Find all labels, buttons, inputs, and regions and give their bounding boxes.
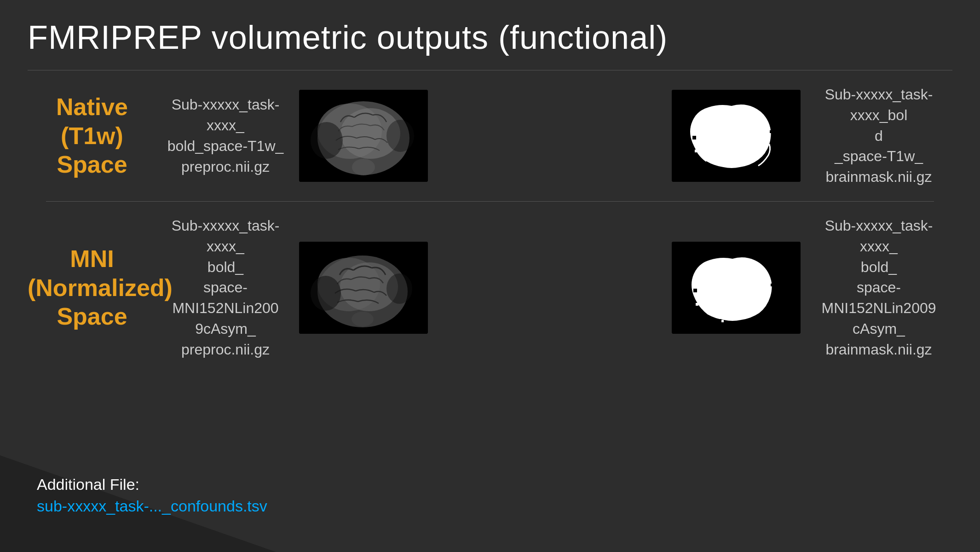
bottom-section: Additional File: sub-xxxxx_task-..._conf… — [37, 476, 267, 515]
native-filename-left: Sub-xxxxx_task-xxxx_ bold_space-T1w_ pre… — [166, 94, 285, 177]
content-area: Native(T1w)Space Sub-xxxxx_task-xxxx_ bo… — [0, 70, 980, 374]
svg-rect-30 — [721, 320, 724, 322]
mni-brain-grayscale — [299, 242, 428, 334]
mni-filename-right: Sub-xxxxx_task-xxxx_bold_space-MNI152NLi… — [814, 215, 943, 360]
svg-rect-29 — [726, 321, 729, 324]
mni-brain-mask — [672, 242, 801, 334]
native-filename-right: Sub-xxxxx_task-xxxx_bold_space-T1w_brain… — [814, 84, 943, 187]
native-space-label: Native(T1w)Space — [28, 93, 156, 179]
svg-rect-13 — [692, 152, 695, 155]
native-row: Native(T1w)Space Sub-xxxxx_task-xxxx_ bo… — [18, 70, 962, 201]
svg-point-4 — [352, 159, 375, 175]
svg-rect-25 — [771, 284, 773, 286]
svg-rect-23 — [693, 292, 696, 295]
svg-rect-12 — [695, 150, 698, 152]
svg-rect-9 — [692, 139, 695, 142]
svg-rect-22 — [693, 289, 697, 292]
svg-rect-28 — [718, 319, 721, 323]
svg-rect-27 — [693, 306, 696, 308]
svg-rect-8 — [692, 136, 696, 139]
svg-rect-26 — [696, 303, 698, 306]
svg-rect-10 — [766, 134, 770, 137]
additional-file-label: Additional File: — [37, 476, 267, 494]
svg-point-5 — [311, 122, 343, 159]
native-brain-grayscale — [299, 90, 428, 182]
mni-filename-left: Sub-xxxxx_task-xxxx_bold_space-MNI152NLi… — [166, 215, 285, 360]
svg-point-19 — [311, 276, 341, 311]
confounds-link[interactable]: sub-xxxxx_task-..._confounds.tsv — [37, 497, 267, 515]
native-brain-mask — [672, 90, 801, 182]
svg-rect-24 — [767, 286, 771, 290]
svg-point-20 — [386, 273, 412, 304]
svg-rect-11 — [770, 130, 772, 133]
mni-row: MNI(Normalized)Space Sub-xxxxx_task-xxxx… — [18, 202, 962, 374]
svg-point-18 — [352, 312, 374, 326]
mni-space-label: MNI(Normalized)Space — [28, 244, 156, 331]
page-title: FMRIPREP volumetric outputs (functional) — [0, 0, 980, 70]
svg-point-6 — [386, 120, 414, 152]
